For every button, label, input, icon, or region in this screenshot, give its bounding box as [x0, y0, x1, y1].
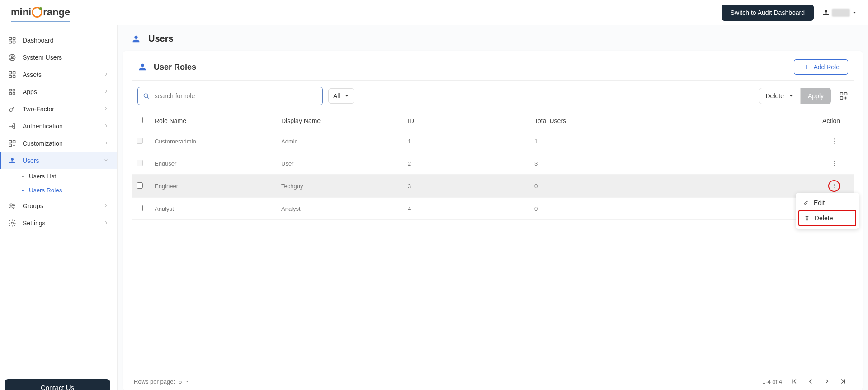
- sidebar-item-label: System Users: [23, 54, 62, 61]
- row-action-menu: EditDelete: [796, 193, 859, 229]
- cell-total_users: 1: [530, 130, 799, 152]
- cell-total_users: 0: [530, 175, 799, 198]
- kebab-icon: [831, 138, 838, 145]
- sidebar-item-two-factor[interactable]: Two-Factor: [0, 100, 117, 118]
- bulk-action-select[interactable]: Delete: [759, 88, 801, 104]
- header-display-name: Display Name: [277, 111, 403, 130]
- header-id: ID: [403, 111, 530, 130]
- logo[interactable]: minirange: [11, 6, 70, 22]
- chevron-right-icon: [104, 71, 109, 78]
- apply-button[interactable]: Apply: [801, 88, 831, 104]
- top-header: minirange Switch to Audit Dashboard: [0, 0, 868, 25]
- search-icon: [142, 92, 150, 100]
- section-title: User Roles: [154, 62, 196, 72]
- row-select-cell: [132, 130, 150, 152]
- cell-action: EditDelete: [799, 175, 854, 198]
- sidebar-item-groups[interactable]: Groups: [0, 197, 117, 214]
- table-row: AnalystAnalyst40: [132, 198, 854, 220]
- sidebar-item-assets[interactable]: Assets: [0, 66, 117, 83]
- last-page-button[interactable]: [839, 377, 847, 385]
- rows-per-page-value: 5: [179, 378, 182, 385]
- rows-per-page: Rows per page: 5: [134, 378, 190, 385]
- cell-id: 4: [403, 198, 530, 220]
- menu-item-delete[interactable]: Delete: [798, 210, 856, 226]
- menu-item-edit[interactable]: Edit: [798, 195, 856, 210]
- dashboard-icon: [8, 36, 16, 44]
- pagination-right: 1-4 of 4: [762, 377, 847, 385]
- sidebar-item-label: Customization: [23, 140, 63, 147]
- table-header-row: Role Name Display Name ID Total Users Ac…: [132, 111, 854, 130]
- chevron-right-icon: [104, 106, 109, 113]
- cell-total_users: 3: [530, 152, 799, 175]
- cell-id: 3: [403, 175, 530, 198]
- cell-display_name: Analyst: [277, 198, 403, 220]
- switch-dashboard-button[interactable]: Switch to Audit Dashboard: [722, 5, 814, 21]
- bulk-action-value: Delete: [766, 92, 784, 100]
- header-role-name: Role Name: [150, 111, 277, 130]
- people-icon: [8, 202, 16, 210]
- pencil-icon: [803, 200, 809, 206]
- pagination-range: 1-4 of 4: [762, 378, 782, 385]
- chevron-right-icon: [104, 89, 109, 95]
- user-account-menu[interactable]: [822, 9, 857, 17]
- select-all-checkbox[interactable]: [137, 117, 143, 123]
- kebab-icon: [831, 182, 837, 190]
- sidebar-item-settings[interactable]: Settings: [0, 214, 117, 232]
- sidebar-item-system-users[interactable]: System Users: [0, 49, 117, 66]
- bullet-icon: [22, 190, 24, 191]
- first-page-button[interactable]: [790, 377, 798, 385]
- next-page-icon: [823, 377, 831, 385]
- sidebar-item-authentication[interactable]: Authentication: [0, 118, 117, 135]
- row-select-cell: [132, 175, 150, 198]
- sidebar-item-apps[interactable]: Apps: [0, 83, 117, 100]
- sidebar-subitem-users-roles[interactable]: Users Roles: [0, 183, 117, 197]
- prev-page-button[interactable]: [807, 377, 815, 385]
- search-input[interactable]: [155, 92, 318, 100]
- sidebar-item-label: Groups: [23, 202, 43, 209]
- contact-us-button[interactable]: Contact Us: [5, 379, 110, 390]
- cell-display_name: User: [277, 152, 403, 175]
- row-select-cell: [132, 152, 150, 175]
- customization-icon: [8, 139, 16, 147]
- trash-icon: [804, 215, 810, 221]
- sidebar-subitem-label: Users Roles: [29, 187, 62, 194]
- assets-icon: [8, 71, 16, 79]
- filter-select[interactable]: All: [328, 88, 354, 104]
- prev-page-icon: [807, 377, 815, 385]
- next-page-button[interactable]: [823, 377, 831, 385]
- row-action-menu-button[interactable]: [828, 180, 840, 192]
- sidebar-subitem-users-list[interactable]: Users List: [0, 169, 117, 183]
- gear-icon: [8, 219, 16, 227]
- sidebar-item-dashboard[interactable]: Dashboard: [0, 32, 117, 49]
- row-action-menu-button[interactable]: [829, 158, 840, 169]
- logo-text-pre: mini: [11, 6, 31, 18]
- sidebar-item-users[interactable]: Users: [0, 152, 117, 169]
- menu-item-label: Delete: [815, 214, 833, 222]
- cell-display_name: Techguy: [277, 175, 403, 198]
- rows-per-page-select[interactable]: 5: [179, 378, 190, 385]
- sidebar-item-label: Users: [23, 157, 39, 164]
- cell-id: 2: [403, 152, 530, 175]
- row-action-menu-button[interactable]: [829, 136, 840, 147]
- person-icon: [131, 34, 141, 44]
- cell-id: 1: [403, 130, 530, 152]
- roles-table: Role Name Display Name ID Total Users Ac…: [132, 111, 854, 220]
- sidebar-item-customization[interactable]: Customization: [0, 135, 117, 152]
- row-select-checkbox[interactable]: [137, 205, 143, 211]
- layout-toggle-button[interactable]: [839, 91, 848, 100]
- sidebar-item-label: Two-Factor: [23, 105, 54, 113]
- sidebar-item-label: Apps: [23, 88, 37, 95]
- toolbar-right: Delete Apply: [759, 88, 849, 104]
- caret-down-icon: [184, 379, 190, 384]
- user-roles-card: User Roles Add Role All Delete: [123, 51, 863, 390]
- page-title: Users: [148, 33, 174, 44]
- row-select-checkbox[interactable]: [137, 182, 143, 189]
- chevron-right-icon: [104, 220, 109, 227]
- add-role-button[interactable]: Add Role: [794, 59, 848, 75]
- sidebar-item-label: Settings: [23, 219, 46, 227]
- login-icon: [8, 122, 16, 130]
- rows-per-page-label: Rows per page:: [134, 378, 175, 385]
- grid-plus-icon: [839, 91, 848, 100]
- row-select-checkbox: [137, 138, 143, 144]
- chevron-right-icon: [104, 203, 109, 209]
